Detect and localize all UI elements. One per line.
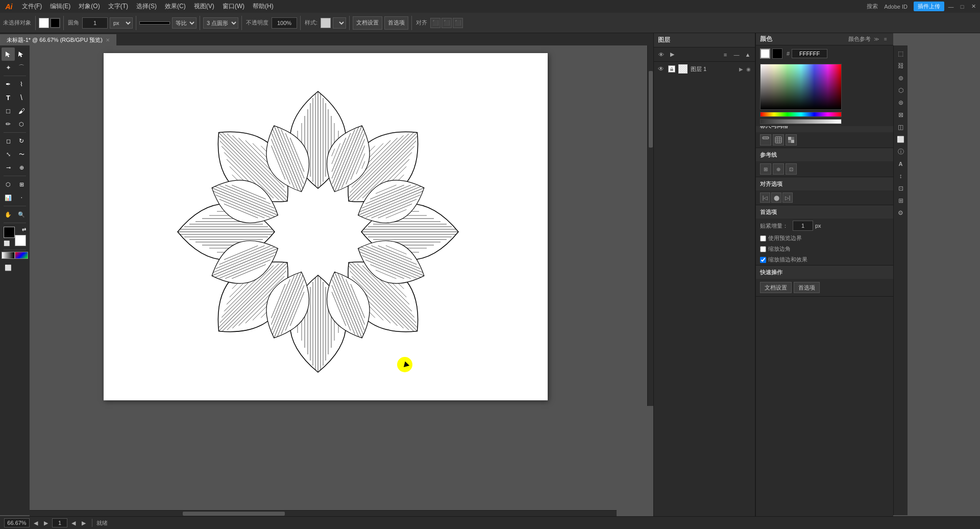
warp-tool[interactable]: 〜 — [15, 148, 28, 161]
artboard-num-input[interactable] — [52, 518, 67, 527]
gradient-tool[interactable]: ⬡ — [2, 178, 15, 191]
pathfinder-btn[interactable]: ⊡ — [895, 183, 906, 194]
perspective-btn[interactable]: ◫ — [895, 122, 906, 133]
artboard-tool[interactable]: ⬜ — [2, 261, 15, 274]
prefs-btn[interactable]: 首选项 — [384, 16, 408, 30]
close-btn[interactable]: ✕ — [969, 2, 978, 11]
fill-color-swatch[interactable] — [39, 18, 49, 28]
unit-select[interactable]: px pt mm — [110, 17, 133, 29]
maximize-btn[interactable]: □ — [958, 2, 967, 11]
width-tool[interactable]: ⊸ — [2, 161, 15, 174]
prefs-section-header[interactable]: 首选项 — [756, 205, 893, 219]
preferences-btn[interactable]: ⚙ — [895, 207, 906, 219]
transform-btn[interactable]: ↕ — [895, 171, 906, 182]
upgrade-btn[interactable]: 插件上传 — [914, 2, 944, 11]
direct-selection-tool[interactable] — [15, 47, 28, 61]
minimize-btn[interactable]: — — [946, 2, 955, 11]
style-swatch[interactable] — [321, 18, 331, 28]
layers-options-btn[interactable]: ≡ — [720, 50, 730, 60]
align-right-edge-btn[interactable]: ▷| — [782, 193, 793, 203]
hue-slider[interactable] — [760, 112, 842, 117]
layer-1-item[interactable]: 👁 图层 1 ▶ ◉ — [654, 62, 755, 76]
mesh-tool[interactable]: ⊞ — [15, 178, 28, 191]
zoom-input[interactable] — [4, 518, 30, 527]
artboard-nav-prev[interactable]: ◀ — [69, 519, 78, 527]
snap-to-grid-btn[interactable]: ⊞ — [760, 163, 771, 175]
recolor-btn[interactable]: ⊚ — [895, 73, 906, 84]
layers-eye-btn[interactable]: 👁 — [656, 50, 666, 60]
snap-tolerance-input[interactable] — [793, 221, 813, 231]
opacity-input[interactable] — [272, 17, 297, 29]
rotate-tool[interactable]: ↻ — [15, 134, 28, 148]
stroke-color-swatch[interactable] — [50, 18, 60, 28]
menu-effect[interactable]: 效果(C) — [161, 0, 190, 13]
pencil-tool[interactable]: ✏ — [2, 117, 15, 131]
fg-color-preview[interactable] — [760, 49, 770, 59]
main-canvas[interactable] — [104, 53, 548, 400]
align-panel-btn[interactable]: ⊞ — [895, 195, 906, 206]
h-scrollbar[interactable] — [30, 510, 617, 516]
scale-tool[interactable]: ⤡ — [2, 148, 15, 161]
menu-object[interactable]: 对象(O) — [75, 0, 104, 13]
scale-stroke-checkbox[interactable] — [760, 257, 766, 263]
build-tool[interactable]: ⊕ — [15, 161, 28, 174]
align-left-btn[interactable]: ⬛ — [430, 18, 440, 28]
info-btn[interactable]: ⓘ — [895, 146, 906, 157]
align-section-header[interactable]: 对齐选项 — [756, 177, 893, 190]
menu-view[interactable]: 视图(V) — [190, 0, 218, 13]
align-h-center-btn[interactable]: ⬤ — [771, 193, 781, 203]
fg-color-box[interactable] — [4, 227, 15, 238]
layer-eye-icon[interactable]: 👁 — [658, 65, 665, 73]
show-grid-btn[interactable] — [773, 134, 784, 146]
curvature-tool[interactable]: ⌇ — [15, 78, 28, 91]
link-btn[interactable]: ⛓ — [895, 60, 906, 71]
menu-edit[interactable]: 编辑(E) — [46, 0, 75, 13]
pen-tool[interactable]: ✒ — [2, 78, 15, 91]
brush-select[interactable]: 3 点圆形 — [203, 17, 238, 29]
menu-help[interactable]: 帮助(H) — [249, 0, 278, 13]
quick-doc-settings-btn[interactable]: 文档设置 — [760, 282, 792, 293]
layer-visibility-toggle[interactable]: ◉ — [746, 66, 751, 72]
shaper-tool[interactable]: ⬡ — [15, 117, 28, 131]
chart-tool[interactable]: 📊 — [2, 191, 15, 204]
bg-color-preview[interactable] — [772, 49, 782, 59]
magic-wand-tool[interactable]: ✦ — [2, 61, 15, 74]
type-panel-btn[interactable]: A — [895, 158, 906, 170]
v-scroll-thumb[interactable] — [649, 71, 653, 148]
align-center-btn[interactable]: ⬛ — [442, 18, 452, 28]
scale-corners-checkbox[interactable] — [760, 246, 766, 252]
show-rulers-btn[interactable] — [760, 134, 771, 146]
swap-colors-btn[interactable]: ⇄ — [22, 227, 26, 232]
default-colors-btn[interactable]: ⬜ — [4, 241, 10, 246]
snap-section-header[interactable]: 参考线 — [756, 148, 893, 161]
menu-select[interactable]: 选择(S) — [132, 0, 161, 13]
align-left-edge-btn[interactable]: |◁ — [760, 193, 770, 203]
envelope-btn[interactable]: ⊠ — [895, 109, 906, 121]
doc-settings-btn[interactable]: 文档设置 — [353, 16, 382, 30]
preview-bounds-checkbox[interactable] — [760, 235, 766, 242]
stroke-style-select[interactable]: 等比 — [172, 17, 197, 29]
lasso-tool[interactable]: ⌒ — [15, 61, 28, 74]
eraser-tool[interactable]: ◻ — [2, 134, 15, 148]
zoom-tool[interactable]: 🔍 — [15, 208, 28, 221]
selection-tool[interactable] — [2, 47, 15, 61]
layer-lock-icon[interactable] — [668, 65, 675, 73]
color-panel-expand-btn[interactable]: ≫ — [873, 36, 880, 43]
color-spectrum[interactable] — [760, 64, 842, 110]
snap-to-pixel-btn[interactable]: ⊡ — [786, 163, 797, 175]
layer-expand-icon[interactable]: ▶ — [739, 66, 743, 72]
menu-file[interactable]: 文件(F) — [18, 0, 46, 13]
style-select[interactable] — [333, 17, 346, 29]
tab-close-btn[interactable]: ✕ — [106, 37, 110, 43]
artboard-btn-right[interactable]: ⬜ — [895, 134, 906, 145]
zoom-decrease-btn[interactable]: ◀ — [32, 519, 40, 527]
paintbrush-tool[interactable]: 🖌 — [15, 104, 28, 117]
fill-none-btn[interactable] — [2, 252, 15, 259]
gradient-swatch[interactable] — [15, 252, 28, 259]
quick-actions-header[interactable]: 快速操作 — [756, 266, 893, 279]
menu-window[interactable]: 窗口(W) — [218, 0, 249, 13]
h-scroll-thumb[interactable] — [183, 512, 285, 516]
bg-color-box[interactable] — [15, 235, 26, 246]
rectangle-tool[interactable]: □ — [2, 104, 15, 117]
slice-tool[interactable]: ⬝ — [15, 191, 28, 204]
